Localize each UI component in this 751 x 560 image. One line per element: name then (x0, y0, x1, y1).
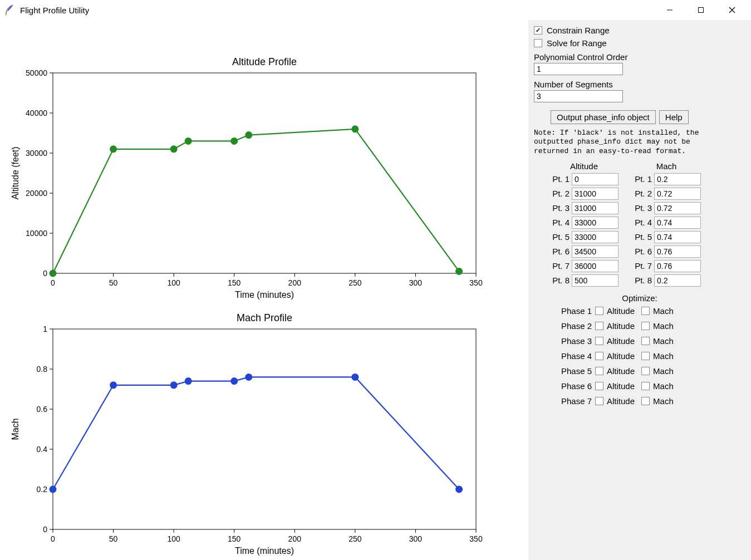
mach-header: Mach (632, 161, 701, 171)
altitude-point-input-1[interactable] (572, 173, 619, 185)
phase-4-opt-mach-checkbox[interactable] (641, 352, 650, 360)
point-label: Pt. 4 (632, 218, 652, 227)
svg-point-38 (170, 145, 178, 153)
constrain-range-checkbox[interactable]: Constrain Range (534, 26, 745, 35)
install-note: Note: If 'black' is not installed, the o… (534, 129, 745, 156)
svg-text:Time (minutes): Time (minutes) (235, 546, 294, 556)
charts-canvas[interactable]: 0501001502002503003500100002000030000400… (0, 20, 528, 560)
svg-rect-4 (53, 73, 476, 273)
svg-text:10000: 10000 (26, 229, 47, 238)
svg-text:Altitude Profile: Altitude Profile (232, 56, 297, 67)
mach-point-input-4[interactable] (654, 217, 701, 229)
window-title: Flight Profile Utility (20, 6, 89, 15)
phase-1-opt-altitude-checkbox[interactable] (595, 307, 603, 315)
phase-label: Phase 7 (558, 396, 592, 406)
mach-point-input-3[interactable] (654, 202, 701, 214)
svg-text:250: 250 (348, 278, 362, 287)
svg-text:100: 100 (167, 278, 180, 287)
constrain-range-label: Constrain Range (547, 26, 610, 35)
phase-3-opt-mach-checkbox[interactable] (641, 337, 650, 345)
optimize-header: Optimize: (534, 293, 745, 303)
phase-5-opt-mach-checkbox[interactable] (641, 367, 650, 375)
phase-2-opt-altitude-checkbox[interactable] (595, 322, 603, 330)
opt-mach-label: Mach (653, 366, 674, 376)
close-button[interactable] (716, 0, 748, 20)
mach-point-input-1[interactable] (654, 173, 701, 185)
opt-mach-label: Mach (653, 336, 674, 346)
svg-text:Mach Profile: Mach Profile (237, 312, 292, 323)
point-label: Pt. 7 (549, 261, 570, 271)
point-label: Pt. 8 (549, 276, 570, 285)
altitude-point-input-5[interactable] (572, 231, 619, 243)
svg-rect-44 (53, 329, 476, 529)
phase-label: Phase 2 (558, 321, 592, 331)
svg-point-43 (455, 268, 463, 275)
svg-point-78 (170, 381, 178, 389)
num-segments-input[interactable] (534, 90, 623, 102)
altitude-point-input-2[interactable] (572, 188, 619, 200)
svg-point-37 (110, 145, 117, 153)
altitude-point-row: Pt. 7 (549, 260, 619, 272)
maximize-button[interactable] (685, 0, 716, 20)
phase-6-opt-mach-checkbox[interactable] (641, 382, 650, 390)
svg-point-77 (110, 381, 117, 389)
phase-3-opt-altitude-checkbox[interactable] (595, 337, 603, 345)
help-button[interactable]: Help (659, 110, 689, 124)
altitude-column: Altitude Pt. 1Pt. 2Pt. 3Pt. 4Pt. 5Pt. 6P… (549, 161, 619, 289)
point-label: Pt. 7 (632, 261, 652, 271)
svg-rect-1 (699, 8, 704, 13)
mach-column: Mach Pt. 1Pt. 2Pt. 3Pt. 4Pt. 5Pt. 6Pt. 7… (632, 161, 701, 289)
mach-point-row: Pt. 7 (632, 260, 701, 272)
mach-point-input-5[interactable] (654, 231, 701, 243)
mach-point-input-7[interactable] (654, 260, 701, 272)
point-label: Pt. 2 (549, 189, 570, 198)
altitude-point-input-4[interactable] (572, 217, 619, 229)
altitude-point-input-8[interactable] (572, 274, 619, 287)
phase-7-opt-altitude-checkbox[interactable] (595, 397, 603, 405)
phase-5-opt-altitude-checkbox[interactable] (595, 367, 603, 375)
svg-point-36 (50, 270, 57, 277)
altitude-point-input-7[interactable] (572, 260, 619, 272)
altitude-point-input-6[interactable] (572, 245, 619, 258)
poly-order-input[interactable] (534, 63, 623, 75)
checkbox-icon (534, 26, 542, 35)
svg-text:0.2: 0.2 (37, 485, 48, 494)
point-label: Pt. 6 (632, 247, 652, 256)
point-label: Pt. 1 (549, 174, 570, 184)
minimize-button[interactable] (654, 0, 685, 20)
phase-6-opt-altitude-checkbox[interactable] (595, 382, 603, 390)
phase-2-opt-mach-checkbox[interactable] (641, 322, 650, 330)
phase-7-opt-mach-checkbox[interactable] (641, 397, 650, 405)
opt-mach-label: Mach (653, 351, 674, 361)
mach-point-row: Pt. 2 (632, 188, 701, 200)
mach-point-row: Pt. 1 (632, 173, 701, 185)
svg-point-80 (230, 377, 238, 385)
point-label: Pt. 2 (632, 189, 652, 198)
mach-point-input-6[interactable] (654, 245, 701, 258)
side-panel: Constrain Range Solve for Range Polynomi… (528, 20, 751, 560)
altitude-point-row: Pt. 2 (549, 188, 619, 200)
svg-point-39 (185, 137, 192, 145)
phase-4-opt-altitude-checkbox[interactable] (595, 352, 603, 360)
output-phase-info-button[interactable]: Output phase_info object (551, 110, 656, 124)
solve-range-checkbox[interactable]: Solve for Range (534, 38, 745, 48)
opt-altitude-label: Altitude (607, 396, 635, 406)
svg-text:0: 0 (43, 525, 47, 534)
optimize-phase-row: Phase 2AltitudeMach (558, 321, 745, 331)
opt-mach-label: Mach (653, 396, 674, 406)
mach-point-input-2[interactable] (654, 188, 701, 200)
plot-pane: 0501001502002503003500100002000030000400… (0, 20, 528, 560)
svg-text:300: 300 (409, 278, 423, 287)
svg-text:0.8: 0.8 (37, 365, 48, 374)
altitude-point-row: Pt. 4 (549, 217, 619, 229)
optimize-phase-row: Phase 6AltitudeMach (558, 381, 745, 391)
mach-point-input-8[interactable] (654, 274, 701, 287)
svg-text:Time (minutes): Time (minutes) (235, 290, 294, 299)
svg-text:50: 50 (109, 278, 118, 287)
phase-1-opt-mach-checkbox[interactable] (641, 307, 650, 315)
altitude-point-input-3[interactable] (572, 202, 619, 214)
svg-text:100: 100 (167, 534, 180, 543)
svg-text:0: 0 (51, 534, 55, 543)
svg-text:0: 0 (51, 278, 55, 287)
svg-text:50000: 50000 (26, 68, 47, 77)
